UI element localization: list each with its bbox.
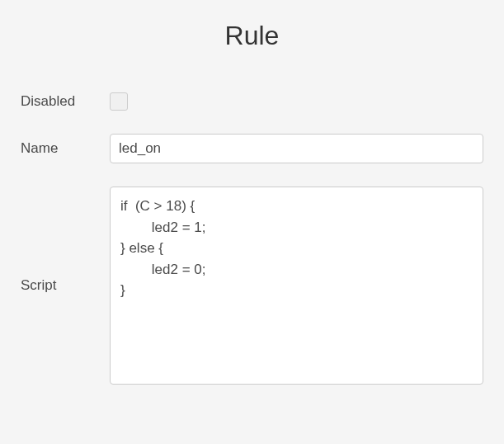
disabled-checkbox[interactable] — [110, 92, 128, 111]
disabled-row: Disabled — [21, 92, 483, 111]
disabled-label: Disabled — [21, 93, 110, 110]
name-row: Name — [21, 134, 483, 163]
rule-form-container: Rule Disabled Name Script — [0, 0, 504, 418]
name-label: Name — [21, 140, 110, 157]
script-textarea[interactable] — [110, 187, 483, 385]
script-row: Script — [21, 187, 483, 385]
name-input[interactable] — [110, 134, 483, 163]
script-label: Script — [21, 277, 110, 294]
page-title: Rule — [21, 21, 483, 51]
